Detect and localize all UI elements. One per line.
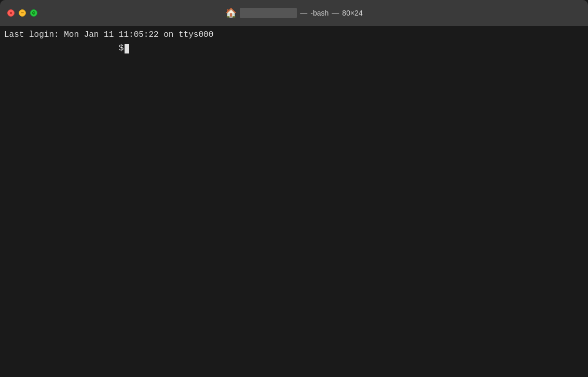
title-separator-2: — <box>332 9 339 17</box>
maximize-button[interactable] <box>30 9 37 17</box>
terminal-window: 🏠 — -bash — 80×24 Last login: Mon Jan 11… <box>0 0 588 377</box>
prompt-symbol: $ <box>119 43 124 54</box>
close-button[interactable] <box>7 9 15 17</box>
prompt-username-redacted <box>4 43 119 54</box>
last-login-text: Last login: Mon Jan 11 11:05:22 on ttys0… <box>4 29 584 41</box>
username-redacted <box>240 8 297 18</box>
window-controls <box>7 9 37 17</box>
title-bar: 🏠 — -bash — 80×24 <box>0 0 588 26</box>
terminal-body[interactable]: Last login: Mon Jan 11 11:05:22 on ttys0… <box>0 26 588 377</box>
title-shell: -bash <box>310 9 329 17</box>
terminal-cursor <box>125 44 129 53</box>
title-dimensions: 80×24 <box>342 9 362 17</box>
title-separator-1: — <box>300 9 307 17</box>
terminal-icon: 🏠 <box>225 7 237 19</box>
minimize-button[interactable] <box>19 9 26 17</box>
title-area: 🏠 — -bash — 80×24 <box>225 7 362 19</box>
prompt-line: $ <box>4 43 584 54</box>
